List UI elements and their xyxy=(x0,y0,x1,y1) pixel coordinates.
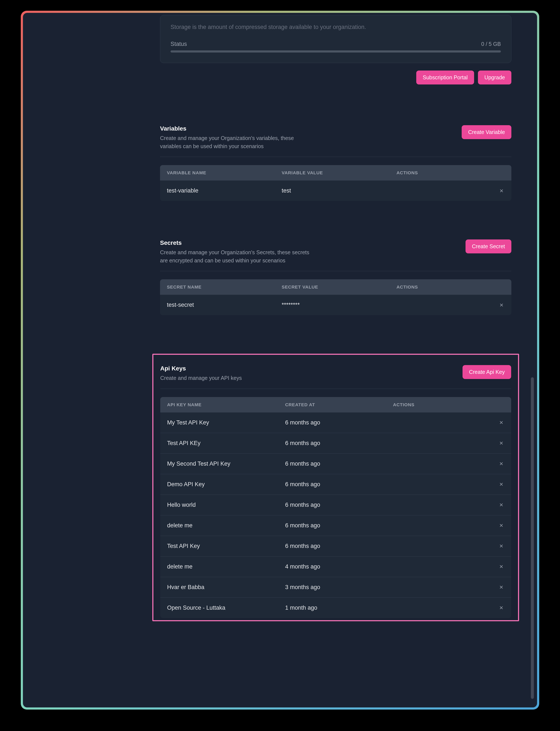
secrets-title-group: Secrets Create and manage your Organizat… xyxy=(160,239,310,264)
content-area: Storage is the amount of compressed stor… xyxy=(130,13,537,707)
storage-card: Storage is the amount of compressed stor… xyxy=(160,15,511,63)
table-row: My Test API Key6 months ago xyxy=(160,413,511,433)
api-key-name-cell: Test API Key xyxy=(167,543,285,550)
secrets-table: Secret Name Secret Value Actions test-se… xyxy=(160,279,511,315)
table-row: Hvar er Babba3 months ago xyxy=(160,577,511,598)
variable-value-cell: test xyxy=(282,187,397,194)
window-frame: Storage is the amount of compressed stor… xyxy=(21,11,539,710)
secrets-col-name: Secret Name xyxy=(167,284,282,289)
api-key-name-cell: Open Source - Luttaka xyxy=(167,605,285,611)
variables-title-group: Variables Create and manage your Organiz… xyxy=(160,125,310,150)
api-key-created-cell: 3 months ago xyxy=(285,584,393,591)
storage-description: Storage is the amount of compressed stor… xyxy=(171,24,501,30)
secret-actions-cell xyxy=(397,302,505,308)
api-keys-table-header: Api Key Name Created At Actions xyxy=(160,397,511,413)
storage-status-label: Status xyxy=(171,41,187,47)
variable-name-cell: test-variable xyxy=(167,187,282,194)
api-key-created-cell: 4 months ago xyxy=(285,563,393,570)
api-keys-title-group: Api Keys Create and manage your API keys xyxy=(160,365,242,382)
close-icon[interactable] xyxy=(498,502,504,508)
close-icon[interactable] xyxy=(499,302,505,308)
secrets-table-header: Secret Name Secret Value Actions xyxy=(160,279,511,295)
table-row: test-variabletest xyxy=(160,180,511,201)
variables-title: Variables xyxy=(160,125,310,132)
close-icon[interactable] xyxy=(498,440,504,446)
table-row: Test API Key6 months ago xyxy=(160,536,511,556)
create-variable-button[interactable]: Create Variable xyxy=(462,125,511,139)
scrollbar-track[interactable] xyxy=(530,13,535,707)
api-key-created-cell: 6 months ago xyxy=(285,461,393,467)
api-keys-title: Api Keys xyxy=(160,365,242,372)
close-icon[interactable] xyxy=(498,481,504,487)
close-icon[interactable] xyxy=(498,461,504,467)
secrets-subtitle: Create and manage your Organization's Se… xyxy=(160,248,310,264)
table-row: Demo API Key6 months ago xyxy=(160,474,511,495)
secrets-title: Secrets xyxy=(160,239,310,246)
api-keys-header: Api Keys Create and manage your API keys… xyxy=(160,365,511,389)
close-icon[interactable] xyxy=(498,564,504,570)
variables-section: Variables Create and manage your Organiz… xyxy=(160,125,511,201)
api-key-actions-cell xyxy=(393,461,504,467)
close-icon[interactable] xyxy=(499,188,505,194)
subscription-portal-button[interactable]: Subscription Portal xyxy=(416,70,474,84)
upgrade-button[interactable]: Upgrade xyxy=(478,70,511,84)
api-key-name-cell: My Test API Key xyxy=(167,419,285,426)
table-row: test-secret******** xyxy=(160,295,511,315)
api-key-actions-cell xyxy=(393,502,504,508)
secrets-col-actions: Actions xyxy=(397,284,505,289)
variables-header: Variables Create and manage your Organiz… xyxy=(160,125,511,157)
api-key-actions-cell xyxy=(393,584,504,590)
variables-col-name: Variable Name xyxy=(167,170,282,175)
scrollbar-thumb[interactable] xyxy=(531,377,534,699)
storage-status-row: Status 0 / 5 GB xyxy=(171,41,501,47)
api-key-name-cell: Hello world xyxy=(167,502,285,508)
api-key-name-cell: delete me xyxy=(167,563,285,570)
api-key-actions-cell xyxy=(393,605,504,611)
close-icon[interactable] xyxy=(498,584,504,590)
api-key-created-cell: 6 months ago xyxy=(285,502,393,508)
api-key-actions-cell xyxy=(393,543,504,549)
api-key-name-cell: Demo API Key xyxy=(167,481,285,488)
variables-subtitle: Create and manage your Organization's va… xyxy=(160,134,310,150)
api-key-name-cell: delete me xyxy=(167,522,285,529)
variable-actions-cell xyxy=(397,188,505,194)
sidebar xyxy=(23,13,130,707)
subscription-button-row: Subscription Portal Upgrade xyxy=(160,70,511,84)
create-api-key-button[interactable]: Create Api Key xyxy=(463,365,511,379)
create-secret-button[interactable]: Create Secret xyxy=(466,239,511,253)
close-icon[interactable] xyxy=(498,605,504,611)
api-key-created-cell: 6 months ago xyxy=(285,419,393,426)
api-keys-col-actions: Actions xyxy=(393,402,504,407)
api-keys-col-name: Api Key Name xyxy=(167,402,285,407)
storage-progress-bar xyxy=(171,50,501,52)
close-icon[interactable] xyxy=(498,523,504,529)
table-row: Test API KEy6 months ago xyxy=(160,433,511,454)
api-key-actions-cell xyxy=(393,564,504,570)
api-keys-table: Api Key Name Created At Actions My Test … xyxy=(160,397,511,618)
secret-value-cell: ******** xyxy=(282,301,397,308)
secrets-section: Secrets Create and manage your Organizat… xyxy=(160,239,511,315)
api-keys-col-created: Created At xyxy=(285,402,393,407)
variables-col-actions: Actions xyxy=(397,170,505,175)
variables-table: Variable Name Variable Value Actions tes… xyxy=(160,165,511,201)
api-key-name-cell: Hvar er Babba xyxy=(167,584,285,591)
variables-table-header: Variable Name Variable Value Actions xyxy=(160,165,511,180)
secret-name-cell: test-secret xyxy=(167,301,282,308)
api-key-actions-cell xyxy=(393,420,504,426)
api-key-actions-cell xyxy=(393,481,504,487)
secrets-col-value: Secret Value xyxy=(282,284,397,289)
close-icon[interactable] xyxy=(498,420,504,426)
api-key-name-cell: Test API KEy xyxy=(167,440,285,447)
table-row: Hello world6 months ago xyxy=(160,495,511,515)
table-row: My Second Test API Key6 months ago xyxy=(160,454,511,474)
api-key-created-cell: 6 months ago xyxy=(285,440,393,447)
secrets-header: Secrets Create and manage your Organizat… xyxy=(160,239,511,271)
variables-col-value: Variable Value xyxy=(282,170,397,175)
close-icon[interactable] xyxy=(498,543,504,549)
table-row: delete me4 months ago xyxy=(160,556,511,577)
api-key-name-cell: My Second Test API Key xyxy=(167,461,285,467)
api-key-created-cell: 1 month ago xyxy=(285,605,393,611)
api-keys-section: Api Keys Create and manage your API keys… xyxy=(152,354,519,621)
table-row: Open Source - Luttaka1 month ago xyxy=(160,598,511,618)
api-key-created-cell: 6 months ago xyxy=(285,522,393,529)
